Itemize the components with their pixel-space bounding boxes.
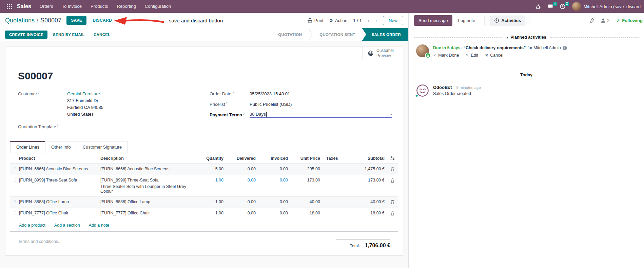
cell-delivered[interactable]: 0.00 (226, 199, 258, 204)
step-sales-order[interactable]: SALES ORDER (362, 28, 408, 41)
attach-files-button[interactable] (589, 18, 594, 23)
step-quotation[interactable]: QUOTATION (271, 28, 309, 41)
log-note-button[interactable]: Log note (454, 15, 480, 26)
order-line-row[interactable]: ⠿ [FURN_6666] Acoustic Bloc Screens [FUR… (10, 164, 398, 175)
debug-bug-icon[interactable] (536, 4, 541, 9)
cell-invoiced[interactable]: 0.00 (258, 199, 290, 204)
discard-button[interactable]: DISCARD (89, 16, 115, 25)
drag-handle-icon[interactable]: ⠿ (10, 199, 19, 205)
user-name: Mitchell Admin (save_discard (584, 4, 641, 9)
step-quotation-sent[interactable]: QUOTATION SENT (313, 28, 362, 41)
add-a-note-link[interactable]: Add a note (89, 223, 109, 228)
add-a-product-link[interactable]: Add a product (19, 223, 45, 228)
payment-terms-input[interactable]: 30 Days ▾ (250, 112, 392, 118)
cell-delivered[interactable]: 0.00 (226, 211, 258, 215)
drag-handle-icon[interactable]: ⠿ (10, 167, 19, 172)
activities-clock-icon[interactable]: 2 (560, 4, 565, 9)
send-by-email-button[interactable]: SEND BY EMAIL (50, 31, 88, 39)
cell-quantity[interactable]: 5.00 (198, 167, 226, 171)
terms-and-conditions-input[interactable]: Terms and conditions... (18, 239, 62, 244)
pricelist-value[interactable]: Public Pricelist (USD) (250, 101, 292, 108)
delete-row-icon[interactable] (387, 211, 398, 215)
send-message-button[interactable]: Send message (414, 15, 452, 26)
cell-description[interactable]: [FURN_8888] Office Lamp (100, 199, 198, 204)
info-icon[interactable]: i (563, 46, 567, 50)
order-date-value[interactable]: 05/25/2023 15:40:01 (250, 91, 290, 97)
cancel-activity-button[interactable]: ✖Cancel (485, 53, 503, 58)
cell-product[interactable]: [FURN_8888] Office Lamp (19, 199, 100, 204)
order-line-row[interactable]: ⠿ [FURN_7777] Office Chair [FURN_7777] O… (10, 208, 398, 219)
action-menu-button[interactable]: ⚙ Action (329, 18, 348, 23)
drag-handle-icon[interactable]: ⠿ (10, 211, 19, 216)
help-marker: ? (57, 124, 59, 127)
cell-quantity[interactable]: 1.00 (198, 178, 226, 183)
planned-activities-toggle[interactable]: ▾ Planned activities (506, 35, 546, 40)
cell-product[interactable]: [FURN_8999] Three-Seat Sofa (19, 178, 100, 183)
message-author[interactable]: OdooBot (433, 85, 452, 90)
cell-unit-price[interactable]: 40.00 (290, 199, 322, 204)
nav-item-orders[interactable]: Orders (35, 0, 58, 13)
customer-preview-button[interactable]: Customer Preview (362, 46, 403, 60)
cell-unit-price[interactable]: 18.00 (290, 211, 322, 215)
save-button[interactable]: SAVE (66, 16, 86, 25)
print-button[interactable]: Print (308, 18, 324, 23)
user-menu[interactable]: Mitchell Admin (save_discard (572, 2, 641, 11)
header-subtotal[interactable]: Subtotal (353, 156, 387, 161)
edit-activity-button[interactable]: ✎Edit (466, 53, 478, 58)
nav-item-to-invoice[interactable]: To Invoice (58, 0, 86, 13)
cell-quantity[interactable]: 1.00 (198, 199, 226, 204)
add-a-section-link[interactable]: Add a section (54, 223, 80, 228)
cancel-button[interactable]: CANCEL (90, 31, 114, 39)
header-product[interactable]: Product (19, 156, 100, 161)
customer-link[interactable]: Gemini Furniture (67, 91, 103, 97)
header-quantity[interactable]: Quantity (198, 156, 226, 161)
mark-done-button[interactable]: ✓Mark Done (433, 53, 459, 58)
create-invoice-button[interactable]: CREATE INVOICE (5, 31, 47, 39)
apps-grid-icon[interactable] (3, 0, 15, 13)
cell-invoiced[interactable]: 0.00 (258, 167, 290, 171)
tab-other-info[interactable]: Other Info (45, 141, 77, 153)
cell-unit-price[interactable]: 295.00 (290, 167, 322, 171)
cell-description[interactable]: [FURN_7777] Office Chair (100, 211, 198, 215)
dropdown-caret-icon[interactable]: ▾ (390, 112, 392, 116)
header-unit-price[interactable]: Unit Price (290, 156, 322, 161)
pager-next-icon[interactable]: › (375, 18, 377, 23)
cell-description[interactable]: [FURN_6666] Acoustic Bloc Screens (100, 167, 198, 171)
order-line-row[interactable]: ⠿ [FURN_8888] Office Lamp [FURN_8888] Of… (10, 197, 398, 208)
nav-item-configuration[interactable]: Configuration (140, 0, 175, 13)
pager-previous-icon[interactable]: ‹ (368, 18, 370, 23)
cell-delivered[interactable]: 0.00 (226, 178, 258, 183)
order-line-row[interactable]: ⠿ [FURN_8999] Three-Seat Sofa [FURN_8999… (10, 175, 398, 197)
new-button[interactable]: New (383, 16, 403, 25)
app-title[interactable]: Sales (15, 3, 35, 9)
followers-button[interactable]: 2 (601, 18, 609, 23)
optional-columns-icon[interactable] (387, 156, 398, 160)
form-sheet: Customer Preview S00007 Customer? Gemini… (5, 46, 403, 255)
cell-product[interactable]: [FURN_7777] Office Chair (19, 211, 100, 215)
drag-handle-icon[interactable]: ⠿ (10, 178, 19, 183)
cell-delivered[interactable]: 0.00 (226, 167, 258, 171)
cell-invoiced[interactable]: 0.00 (258, 211, 290, 215)
cell-quantity[interactable]: 1.00 (198, 211, 226, 215)
nav-item-reporting[interactable]: Reporting (112, 0, 140, 13)
messages-icon[interactable]: 4 (547, 4, 553, 9)
delete-row-icon[interactable] (387, 178, 398, 183)
nav-item-products[interactable]: Products (86, 0, 112, 13)
cell-invoiced[interactable]: 0.00 (258, 178, 290, 183)
record-title: S00007 (18, 70, 398, 82)
activities-button[interactable]: Activities (490, 16, 525, 25)
tab-order-lines[interactable]: Order Lines (10, 141, 45, 153)
header-taxes[interactable]: Taxes (322, 156, 353, 161)
breadcrumb-quotations-link[interactable]: Quotations (5, 17, 35, 24)
header-invoiced[interactable]: Invoiced (258, 156, 290, 161)
header-description[interactable]: Description (100, 156, 198, 161)
cell-description[interactable]: [FURN_8999] Three-Seat SofaThree Seater … (100, 178, 198, 194)
header-delivered[interactable]: Delivered (226, 156, 258, 161)
cell-product[interactable]: [FURN_6666] Acoustic Bloc Screens (19, 167, 100, 171)
tab-customer-signature[interactable]: Customer Signature (77, 141, 128, 153)
gear-icon: ⚙ (329, 18, 333, 23)
following-button[interactable]: ✓ Following (616, 18, 643, 23)
delete-row-icon[interactable] (387, 199, 398, 204)
delete-row-icon[interactable] (387, 167, 398, 171)
cell-unit-price[interactable]: 173.00 (290, 178, 322, 183)
